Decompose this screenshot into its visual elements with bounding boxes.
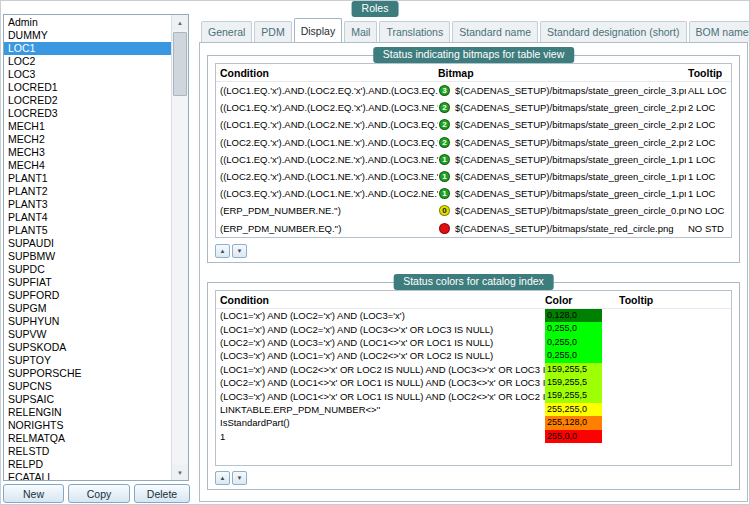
list-item[interactable]: RELSTD (4, 445, 171, 458)
color-swatch-cell[interactable]: 0,255,0 (545, 336, 602, 349)
list-item[interactable]: SUPFORD (4, 289, 171, 302)
list-item[interactable]: SUPDC (4, 263, 171, 276)
delete-button[interactable]: Delete (134, 484, 190, 503)
list-item[interactable]: SUPCNS (4, 380, 171, 393)
list-item[interactable]: SUPBMW (4, 250, 171, 263)
tab-display[interactable]: Display (294, 18, 342, 42)
scroll-down-icon[interactable]: ▼ (172, 465, 188, 480)
table-row[interactable]: (LOC1='x') AND (LOC2='x') AND (LOC3='x')… (216, 309, 731, 322)
color-swatch-cell[interactable]: 159,255,5 (545, 363, 602, 376)
colors-group: Status colors for catalog index Conditio… (207, 282, 740, 490)
tab-bom-name[interactable]: BOM name (689, 21, 750, 42)
status-circle-icon: 1 (439, 188, 450, 199)
new-button[interactable]: New (3, 484, 64, 503)
color-swatch-cell[interactable]: 255,255,0 (545, 403, 602, 416)
bitmaps-table: Condition Bitmap Tooltip ((LOC1.EQ.'x').… (215, 63, 732, 238)
list-item[interactable]: SUPVW (4, 328, 171, 341)
tab-translations[interactable]: Translations (379, 21, 450, 42)
color-swatch-cell[interactable]: 0,128,0 (545, 309, 602, 322)
list-item[interactable]: RELMATQA (4, 432, 171, 445)
list-item[interactable]: SUPTOY (4, 354, 171, 367)
list-item[interactable]: SUPPORSCHE (4, 367, 171, 380)
list-item[interactable]: RELENGIN (4, 406, 171, 419)
color-swatch-cell[interactable]: 255,0,0 (545, 430, 602, 443)
list-item[interactable]: MECH3 (4, 146, 171, 159)
roles-list: Admin DUMMY LOC1 LOC2 LOC3 LOCRED1 LOCRE… (3, 14, 189, 481)
list-item[interactable]: LOCRED1 (4, 81, 171, 94)
tab-standard-name[interactable]: Standard name (452, 21, 538, 42)
list-item[interactable]: MECH1 (4, 120, 171, 133)
table-row[interactable]: ((LOC1.EQ.'x').AND.(LOC2.EQ.'x').AND.(LO… (216, 82, 731, 99)
table-row[interactable]: (LOC1='x') AND (LOC2='x') AND (LOC3<>'x'… (216, 322, 731, 335)
tooltip-cell: 2 LOC (686, 119, 731, 130)
color-swatch-cell[interactable]: 159,255,5 (545, 389, 602, 402)
tab-pdm[interactable]: PDM (254, 21, 291, 42)
list-item[interactable]: SUPSKODA (4, 341, 171, 354)
list-item[interactable]: PLANT3 (4, 198, 171, 211)
list-item[interactable]: LOCRED3 (4, 107, 171, 120)
table-row[interactable]: ((LOC2.EQ.'x').AND.(LOC1.NE.'x').AND.(LO… (216, 134, 731, 151)
list-item[interactable]: MECH4 (4, 159, 171, 172)
table-row[interactable]: (LOC2='x') AND (LOC1<>'x' OR LOC1 IS NUL… (216, 376, 731, 389)
table-row[interactable]: (ERP_PDM_NUMBER.NE.'') 0 $(CADENAS_SETUP… (216, 202, 731, 219)
list-item[interactable]: ECATALL (4, 471, 171, 481)
status-circle-icon: 1 (439, 154, 450, 165)
table-row[interactable]: (LOC1='x') AND (LOC2<>'x' OR LOC2 IS NUL… (216, 363, 731, 376)
tab-standard-designation-short[interactable]: Standard designation (short) (540, 21, 687, 42)
list-item[interactable]: SUPHYUN (4, 315, 171, 328)
table-row[interactable]: ((LOC1.EQ.'x').AND.(LOC2.NE.'x').AND.(LO… (216, 151, 731, 168)
table-row[interactable]: (LOC3='x') AND (LOC1='x') AND (LOC2<>'x'… (216, 349, 731, 362)
table-row[interactable]: (LOC2='x') AND (LOC3='x') AND (LOC1<>'x'… (216, 336, 731, 349)
scroll-up-icon[interactable]: ▲ (172, 15, 188, 30)
list-item[interactable]: LOC2 (4, 55, 171, 68)
table-row[interactable]: ((LOC3.EQ.'x').AND.(LOC1.NE.'x').AND.(LO… (216, 185, 731, 202)
status-circle-icon: 0 (439, 205, 450, 216)
color-swatch-cell[interactable]: 255,128,0 (545, 416, 602, 429)
table-row[interactable]: ((LOC1.EQ.'x').AND.(LOC2.EQ.'x').AND.(LO… (216, 99, 731, 116)
move-up-button[interactable]: ▲ (215, 244, 230, 258)
status-circle-icon: 1 (439, 171, 450, 182)
bitmaps-table-header: Condition Bitmap Tooltip (216, 64, 731, 82)
condition-cell: ((LOC1.EQ.'x').AND.(LOC2.NE.'x').AND.(LO… (216, 154, 438, 165)
list-item[interactable]: SUPGM (4, 302, 171, 315)
list-scrollbar[interactable]: ▲ ▼ (171, 15, 188, 480)
status-circle-icon: 2 (439, 137, 450, 148)
list-item[interactable]: DUMMY (4, 29, 171, 42)
color-swatch-cell[interactable]: 159,255,5 (545, 376, 602, 389)
list-item[interactable]: NORIGHTS (4, 419, 171, 432)
list-item[interactable]: SUPSAIC (4, 393, 171, 406)
list-item[interactable]: PLANT1 (4, 172, 171, 185)
tab-mail[interactable]: Mail (344, 21, 377, 42)
copy-button[interactable]: Copy (68, 484, 130, 503)
table-row[interactable]: IsStandardPart() 255,128,0 (216, 416, 731, 429)
color-swatch-cell[interactable]: 0,255,0 (545, 349, 602, 362)
list-item[interactable]: PLANT4 (4, 211, 171, 224)
bitmap-path: $(CADENAS_SETUP)/bitmaps/state_green_cir… (455, 137, 686, 148)
move-up-button[interactable]: ▲ (215, 471, 230, 485)
list-item[interactable]: PLANT2 (4, 185, 171, 198)
list-item[interactable]: PLANT5 (4, 224, 171, 237)
bitmap-path: $(CADENAS_SETUP)/bitmaps/state_green_cir… (455, 85, 686, 96)
table-row[interactable]: 1 255,0,0 (216, 430, 731, 443)
list-item[interactable]: RELPD (4, 458, 171, 471)
move-down-button[interactable]: ▼ (232, 471, 247, 485)
column-header-condition: Condition (216, 67, 438, 79)
list-item[interactable]: LOCRED2 (4, 94, 171, 107)
condition-cell: (LOC1='x') AND (LOC2='x') AND (LOC3='x') (216, 310, 545, 321)
table-row[interactable]: ((LOC2.EQ.'x').AND.(LOC1.NE.'x').AND.(LO… (216, 168, 731, 185)
table-row[interactable]: LINKTABLE.ERP_PDM_NUMBER<>'' 255,255,0 (216, 403, 731, 416)
list-item[interactable]: SUPFIAT (4, 276, 171, 289)
color-swatch-cell[interactable]: 0,255,0 (545, 322, 602, 335)
move-down-button[interactable]: ▼ (232, 244, 247, 258)
bitmap-cell: 1 $(CADENAS_SETUP)/bitmaps/state_green_c… (438, 188, 686, 199)
tab-general[interactable]: General (201, 21, 252, 42)
list-item[interactable]: LOC3 (4, 68, 171, 81)
list-item[interactable]: SUPAUDI (4, 237, 171, 250)
table-row[interactable]: ((LOC1.EQ.'x').AND.(LOC2.NE.'x').AND.(LO… (216, 116, 731, 133)
table-row[interactable]: (ERP_PDM_NUMBER.EQ.'') $(CADENAS_SETUP)/… (216, 220, 731, 237)
list-item[interactable]: Admin (4, 16, 171, 29)
scrollbar-thumb[interactable] (173, 32, 187, 96)
list-item-selected[interactable]: LOC1 (4, 42, 171, 55)
table-row[interactable]: (LOC3='x') AND (LOC1<>'x' OR LOC1 IS NUL… (216, 389, 731, 402)
list-item[interactable]: MECH2 (4, 133, 171, 146)
